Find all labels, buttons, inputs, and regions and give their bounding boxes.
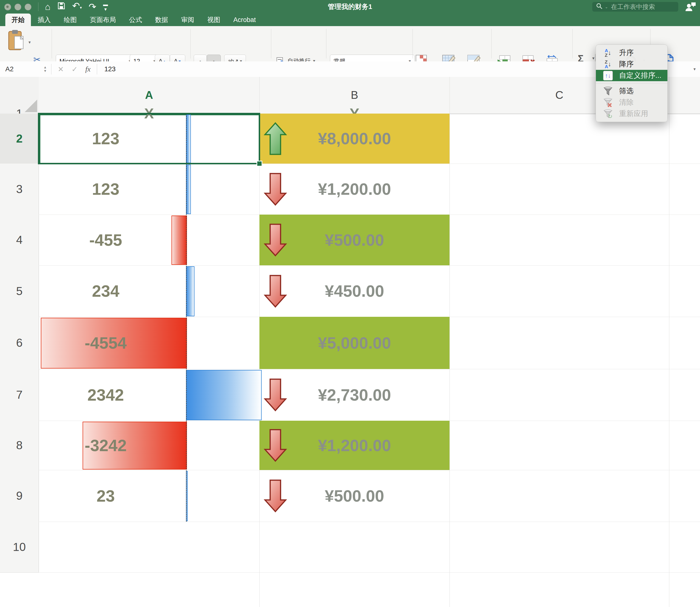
sort-descending-icon: ZA↓ [600,60,616,69]
tab-插入[interactable]: 插入 [31,14,57,26]
row-header-4[interactable]: 4 [0,214,39,266]
autosum-dropdown-icon[interactable]: ▾ [592,56,594,61]
tab-数据[interactable]: 数据 [149,14,174,26]
cell-b9[interactable]: ¥500.00 [259,470,449,522]
custom-sort-icon: ↑↓ [600,71,616,81]
insert-function-icon[interactable]: fx [85,65,90,73]
cancel-icon[interactable]: ✕ [58,65,64,74]
menu-separator [596,83,667,83]
databar-row-7 [186,370,261,420]
cell-b5[interactable]: ¥450.00 [259,265,449,317]
name-box[interactable]: A2 [0,65,42,73]
cell-b7[interactable]: ¥2,730.00 [259,369,449,421]
tab-绘图[interactable]: 绘图 [58,14,83,26]
cell-b6[interactable]: ¥5,000.00 [259,317,449,369]
cell-b4[interactable]: ¥500.00 [259,214,449,265]
people-chat-icon[interactable] [684,1,697,14]
menu-item-label: 重新应用 [619,109,648,119]
cell-b3[interactable]: ¥1,200.00 [259,164,449,214]
row-header-3[interactable]: 3 [0,164,39,215]
funnel-icon [600,86,616,96]
row-header-7[interactable]: 7 [0,369,39,421]
menu-item-label: 升序 [619,48,634,58]
ribbon: 粘贴 ▾ ✂ ▾ Microsoft YaHei UI▾ 12▾ A▲ A▼ B… [0,26,700,62]
menu-item-label: 筛选 [619,86,634,96]
cell-a9[interactable]: 23 [39,470,173,522]
cell-a8[interactable]: -3242 [39,421,173,470]
row-header-6[interactable]: 6 [0,317,39,369]
search-input[interactable]: ⌄ 在工作表中搜索 [592,2,678,12]
search-placeholder: 在工作表中搜索 [611,3,655,11]
sheet-grid: ABC 12345678910 XY123¥8,000.00123¥1,200.… [0,77,700,607]
row-header-9[interactable]: 9 [0,470,39,522]
formula-input[interactable]: 123 [104,65,116,73]
tab-开始[interactable]: 开始 [5,14,31,26]
search-icon [596,2,603,12]
databar-row-3 [186,165,191,214]
menu-item-降序[interactable]: ZA↓降序 [596,59,667,70]
cell-a4[interactable]: -455 [39,214,173,265]
databar-row-4 [171,215,187,265]
name-box-stepper[interactable]: ▲▼ [42,65,49,73]
cell-a7[interactable]: 2342 [39,369,173,421]
cell-a3[interactable]: 123 [39,164,173,214]
menu-item-自定义排序[interactable]: ↑↓自定义排序... [596,70,667,81]
databar-row-5 [186,266,194,316]
menu-item-label: 清除 [619,97,634,107]
formula-bar: A2 ▲▼ ✕ ✓ fx 123 ▾ [0,61,700,77]
databar-axis [186,113,187,522]
menu-item-label: 自定义排序... [619,70,661,81]
tab-公式[interactable]: 公式 [123,14,148,26]
row-header-8[interactable]: 8 [0,421,39,470]
funnel-reapply-icon: ↻ [600,109,616,119]
tab-页面布局[interactable]: 页面布局 [84,14,122,26]
sort-filter-menu: AZ↓升序ZA↓降序↑↓自定义排序...筛选清除↻重新应用 [596,44,667,122]
menu-item-重新应用: ↻重新应用 [596,108,667,119]
cell-b8[interactable]: ¥1,200.00 [259,421,449,470]
selected-cell-outline[interactable] [38,113,260,164]
tab-视图[interactable]: 视图 [201,14,227,26]
row-header-2[interactable]: 2 [0,113,40,164]
fill-handle[interactable] [256,161,262,167]
tab-Acrobat[interactable]: Acrobat [227,14,262,26]
title-bar: ⌂ ↶▾ ↷ ▬▾ 管理我的财务1 ⌄ 在工作表中搜索 [0,0,700,14]
paste-icon[interactable] [7,29,27,53]
cell-a6[interactable]: -4554 [39,317,173,369]
excel-window: ⌂ ↶▾ ↷ ▬▾ 管理我的财务1 ⌄ 在工作表中搜索 开始插入绘图页面布局公式… [0,0,700,607]
menu-item-label: 降序 [619,59,634,69]
expand-formula-bar-icon[interactable]: ▾ [694,66,696,72]
column-header-d[interactable] [669,77,700,114]
funnel-clear-icon [600,98,616,107]
menu-item-筛选[interactable]: 筛选 [596,85,667,97]
svg-text:↻: ↻ [608,113,612,119]
menu-item-清除: 清除 [596,97,667,108]
paste-dropdown-icon[interactable]: ▾ [28,40,31,45]
enter-icon[interactable]: ✓ [71,65,78,74]
menu-item-升序[interactable]: AZ↓升序 [596,47,667,59]
tab-审阅[interactable]: 审阅 [175,14,200,26]
row-header-5[interactable]: 5 [0,265,39,317]
cell-a5[interactable]: 234 [39,265,173,317]
cell-b2[interactable]: ¥8,000.00 [259,113,449,164]
ribbon-tab-bar: 开始插入绘图页面布局公式数据审阅视图Acrobat 共享 ⌃ [0,14,700,26]
row-header-10[interactable]: 10 [0,522,39,573]
sort-ascending-icon: AZ↓ [600,48,616,58]
